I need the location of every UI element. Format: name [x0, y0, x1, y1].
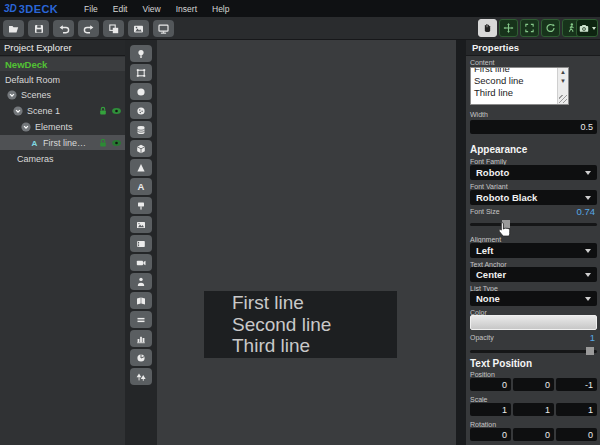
menu-insert[interactable]: Insert [176, 4, 197, 14]
insert-text-button[interactable]: A [130, 178, 152, 195]
font-family-select[interactable]: Roboto [470, 165, 597, 180]
redo-icon [83, 23, 95, 35]
chevron-down-icon [585, 273, 591, 277]
rotate-tool[interactable] [541, 19, 560, 37]
chevron-down-icon[interactable] [13, 106, 23, 116]
eye-icon[interactable] [111, 138, 122, 148]
opacity-label: Opacity [470, 334, 494, 341]
tree-item-first-line[interactable]: A First line… [0, 135, 125, 150]
text-object-line: First line [232, 292, 397, 314]
mouse-cursor [497, 221, 513, 240]
insert-camcorder-button[interactable] [130, 254, 152, 271]
menu-help[interactable]: Help [212, 4, 229, 14]
scroll-up-icon[interactable]: ▲ [558, 68, 568, 77]
insert-video-button[interactable] [130, 235, 152, 252]
tree-item-scenes[interactable]: Scenes [0, 88, 125, 102]
display-icon [157, 23, 170, 35]
font-variant-select[interactable]: Roboto Black [470, 190, 597, 205]
camera-views-button[interactable] [576, 19, 598, 37]
sphere-icon [135, 86, 147, 98]
insert-cube-button[interactable] [130, 140, 152, 157]
opacity-slider-handle[interactable] [586, 347, 594, 355]
tree-item-default-room[interactable]: Default Room [0, 73, 125, 87]
position-y-input[interactable]: 0 [513, 378, 554, 391]
chevron-down-icon[interactable] [7, 90, 17, 100]
viewport-3d[interactable] [157, 40, 456, 445]
font-size-slider[interactable] [470, 223, 597, 226]
scroll-down-icon[interactable]: ▼ [558, 77, 568, 86]
tree-item-scene-1[interactable]: Scene 1 [0, 104, 125, 118]
scale-tool[interactable] [520, 19, 539, 37]
properties-title: Properties [472, 42, 519, 53]
open-project-button[interactable] [3, 20, 24, 37]
tree-item-elements[interactable]: Elements [0, 120, 125, 134]
translate-tool[interactable] [499, 19, 518, 37]
lock-icon[interactable] [98, 138, 108, 148]
scale-y-input[interactable]: 1 [513, 403, 554, 416]
insert-bar-chart-button[interactable] [130, 330, 152, 347]
insert-textured-sphere-button[interactable] [130, 102, 152, 119]
undo-button[interactable] [53, 20, 74, 37]
insert-frame-button[interactable] [130, 64, 152, 81]
insert-image-button[interactable] [130, 216, 152, 233]
text-position-heading: Text Position [470, 358, 532, 369]
insert-light-button[interactable] [130, 45, 152, 62]
pan-hand-tool[interactable] [478, 19, 497, 37]
image-icon [135, 219, 147, 231]
insert-cone-button[interactable] [130, 159, 152, 176]
tree-item-cameras[interactable]: Cameras [0, 152, 125, 166]
position-x-input[interactable]: 0 [470, 378, 511, 391]
insert-map-button[interactable] [130, 292, 152, 309]
opacity-slider[interactable] [470, 350, 597, 353]
text-object-3d[interactable]: First line Second line Third line [204, 291, 397, 358]
tree-item-label: Scenes [21, 90, 51, 100]
tree-item-newdeck[interactable]: NewDeck [0, 57, 125, 71]
app-logo: 3D 3DECK [4, 3, 58, 15]
eye-icon[interactable] [111, 106, 122, 116]
tree-item-label: Elements [35, 122, 73, 132]
display-button[interactable] [153, 20, 174, 37]
text-object-line: Second line [232, 314, 397, 336]
redo-button[interactable] [78, 20, 99, 37]
rotation-y-input[interactable]: 0 [513, 428, 554, 441]
insert-sign-button[interactable] [130, 197, 152, 214]
project-explorer-title: Project Explorer [4, 42, 72, 53]
project-explorer-panel: Project Explorer NewDeck Default Room Sc… [0, 40, 125, 445]
insert-cylinder-button[interactable] [130, 121, 152, 138]
insert-pie-chart-button[interactable] [130, 349, 152, 366]
rotation-z-input[interactable]: 0 [556, 428, 597, 441]
bar-chart-icon [135, 333, 147, 345]
width-input[interactable]: 0.5 [470, 120, 597, 134]
corner-brackets-icon [524, 22, 535, 34]
list-type-select[interactable]: None [470, 291, 597, 306]
content-textarea[interactable]: First line Second line Third line ▲ ▼ [470, 67, 569, 105]
text-element-icon: A [30, 138, 39, 148]
save-button[interactable] [28, 20, 49, 37]
scene-layout-button[interactable] [103, 20, 124, 37]
scale-z-input[interactable]: 1 [556, 403, 597, 416]
text-anchor-select[interactable]: Center [470, 267, 597, 282]
scale-x-input[interactable]: 1 [470, 403, 511, 416]
insert-avatar-button[interactable] [130, 273, 152, 290]
properties-panel: Properties Content First line Second lin… [466, 40, 600, 445]
insert-sphere-button[interactable] [130, 83, 152, 100]
menu-edit[interactable]: Edit [113, 4, 128, 14]
color-swatch[interactable] [470, 315, 597, 330]
sign-icon [135, 200, 147, 212]
chevron-down-icon[interactable] [21, 122, 31, 132]
insert-list-button[interactable] [130, 311, 152, 328]
lock-icon[interactable] [98, 106, 108, 116]
alignment-select[interactable]: Left [470, 243, 597, 258]
screenshot-button[interactable] [128, 20, 149, 37]
position-label: Position [470, 371, 495, 378]
menu-file[interactable]: File [84, 4, 98, 14]
resize-grip-icon[interactable] [559, 95, 567, 103]
panel-divider [456, 40, 466, 445]
font-size-label: Font Size [470, 208, 500, 215]
insert-trees-button[interactable] [130, 368, 152, 385]
position-z-input[interactable]: -1 [556, 378, 597, 391]
opacity-value: 1 [590, 332, 595, 343]
chevron-down-icon [585, 196, 591, 200]
rotation-x-input[interactable]: 0 [470, 428, 511, 441]
menu-view[interactable]: View [142, 4, 160, 14]
